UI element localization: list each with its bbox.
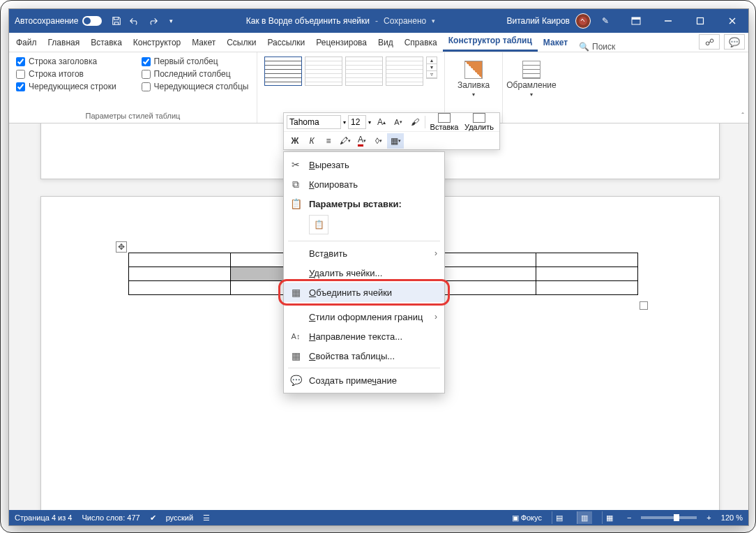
search-button[interactable]: 🔍 Поиск [579, 42, 615, 52]
word-count[interactable]: Число слов: 477 [82, 513, 139, 522]
accessibility-icon[interactable]: ☰ [203, 513, 210, 523]
tab-home[interactable]: Главная [43, 34, 86, 52]
scissors-icon: ✂ [289, 159, 302, 170]
user-account[interactable]: Виталий Каиров ✎ [501, 9, 620, 33]
group-borders: Обрамление ▾ [502, 52, 560, 123]
bold-icon[interactable]: Ж [287, 133, 303, 149]
tab-table-design[interactable]: Конструктор таблиц [443, 32, 538, 52]
save-icon[interactable] [107, 9, 126, 33]
shading-button[interactable]: Заливка ▾ [452, 57, 495, 98]
ctx-border-styles[interactable]: Стили оформления границ › [284, 307, 444, 326]
style-thumb[interactable] [264, 57, 302, 86]
spellcheck-icon[interactable]: ✔ [150, 513, 156, 523]
zoom-out-button[interactable]: − [627, 513, 631, 522]
borders-button[interactable]: Обрамление ▾ [510, 57, 553, 98]
shading-label: Заливка [458, 80, 490, 90]
language-indicator[interactable]: русский [166, 513, 193, 522]
zoom-slider[interactable] [641, 516, 697, 519]
style-thumb[interactable] [345, 57, 383, 86]
title-bar: Автосохранение ▾ Как в Ворде объединить … [9, 9, 748, 33]
chk-total-row[interactable]: Строка итогов [16, 69, 125, 79]
chk-banded-cols[interactable]: Чередующиеся столбцы [142, 82, 250, 91]
tab-references[interactable]: Ссылки [221, 34, 262, 52]
chk-header-row[interactable]: Строка заголовка [16, 57, 125, 66]
style-thumb[interactable] [386, 57, 423, 86]
font-color-icon[interactable]: A▾ [354, 133, 370, 149]
minimize-button[interactable] [652, 9, 684, 33]
comment-icon: 💬 [289, 375, 302, 386]
zoom-level[interactable]: 120 % [721, 513, 743, 522]
chk-first-col[interactable]: Первый столбец [142, 57, 250, 66]
ribbon-tabs: Файл Главная Вставка Конструктор Макет С… [9, 33, 748, 52]
ctx-insert[interactable]: Вставить › [284, 243, 444, 263]
view-read-icon[interactable]: ▤ [552, 511, 567, 524]
tab-mailings[interactable]: Рассылки [262, 34, 310, 52]
tab-insert[interactable]: Вставка [85, 34, 128, 52]
align-icon[interactable]: ≡ [320, 133, 337, 149]
chevron-down-icon[interactable]: ▾ [341, 119, 348, 126]
text-direction-icon: A↕ [289, 331, 302, 342]
focus-mode[interactable]: ▣ Фокус [512, 513, 542, 523]
decrease-font-icon[interactable]: A▾ [390, 114, 407, 130]
ctx-cut[interactable]: ✂ Вырезать [284, 155, 444, 174]
table-styles-gallery[interactable]: ▴▾▿ [264, 57, 437, 86]
borders-icon [522, 61, 540, 79]
close-button[interactable] [716, 9, 748, 33]
redo-icon[interactable] [144, 9, 162, 33]
mini-insert-button[interactable]: Вставка [427, 113, 462, 131]
highlight-icon[interactable]: 🖍▾ [337, 133, 354, 149]
table-insert-icon [438, 113, 451, 123]
share-button[interactable]: ☍ [699, 34, 720, 50]
view-print-icon[interactable]: ▥ [577, 511, 592, 524]
italic-icon[interactable]: К [303, 133, 320, 149]
chk-banded-rows[interactable]: Чередующиеся строки [16, 82, 125, 91]
chevron-down-icon[interactable]: ▾ [366, 119, 373, 126]
svg-point-0 [579, 17, 587, 25]
ctx-new-comment[interactable]: 💬 Создать примечание [284, 370, 444, 390]
qat-dropdown-icon[interactable]: ▾ [162, 9, 180, 33]
ctx-copy[interactable]: ⧉ Копировать [284, 174, 444, 194]
avatar[interactable] [575, 13, 591, 29]
tab-layout[interactable]: Макет [186, 34, 221, 52]
chk-last-col[interactable]: Последний столбец [142, 69, 250, 79]
ctx-text-direction[interactable]: A↕ Направление текста... [284, 326, 444, 346]
tab-design[interactable]: Конструктор [128, 34, 186, 52]
style-thumb[interactable] [305, 57, 342, 86]
tab-view[interactable]: Вид [372, 34, 399, 52]
font-family-input[interactable] [287, 115, 341, 129]
svg-rect-4 [697, 18, 704, 24]
pen-icon[interactable]: ✎ [596, 9, 614, 33]
quick-access-toolbar: ▾ [107, 9, 180, 33]
page-indicator[interactable]: Страница 4 из 4 [15, 513, 72, 522]
svg-rect-2 [632, 17, 640, 20]
table-move-handle-icon[interactable]: ✥ [116, 241, 127, 253]
copy-icon: ⧉ [289, 179, 302, 190]
increase-font-icon[interactable]: A▴ [373, 114, 390, 130]
zoom-in-button[interactable]: + [706, 513, 711, 522]
gallery-expand-icon[interactable]: ▴▾▿ [426, 57, 437, 79]
view-web-icon[interactable]: ▦ [602, 511, 617, 524]
tab-help[interactable]: Справка [399, 34, 443, 52]
table-resize-handle-icon[interactable] [640, 301, 648, 310]
ribbon-display-icon[interactable] [620, 9, 652, 33]
collapse-ribbon-icon[interactable]: ˆ [741, 112, 744, 120]
chevron-down-icon[interactable]: ▾ [432, 17, 435, 24]
toggle-switch-icon[interactable] [82, 16, 102, 26]
table-delete-icon [473, 113, 485, 123]
maximize-button[interactable] [684, 9, 716, 33]
tab-file[interactable]: Файл [10, 34, 43, 52]
shading-icon[interactable]: ◊▾ [370, 133, 387, 149]
tab-table-layout[interactable]: Макет [538, 34, 573, 52]
font-size-input[interactable] [348, 115, 366, 129]
ctx-delete-cells[interactable]: Удалить ячейки... [284, 263, 444, 283]
borders-icon[interactable]: ▦▾ [387, 133, 404, 149]
comments-button[interactable]: 💬 [724, 34, 745, 50]
tab-review[interactable]: Рецензирова [310, 34, 372, 52]
ctx-table-properties[interactable]: ▦ Свойства таблицы... [284, 346, 444, 366]
format-painter-icon[interactable]: 🖌 [407, 114, 423, 130]
paste-keep-text-icon[interactable]: 📋 [309, 215, 328, 234]
undo-icon[interactable] [126, 9, 144, 33]
ctx-merge-cells[interactable]: ▦ Объединить ячейки [284, 283, 444, 302]
mini-delete-button[interactable]: Удалить [462, 113, 497, 131]
autosave-toggle[interactable]: Автосохранение [9, 16, 107, 26]
